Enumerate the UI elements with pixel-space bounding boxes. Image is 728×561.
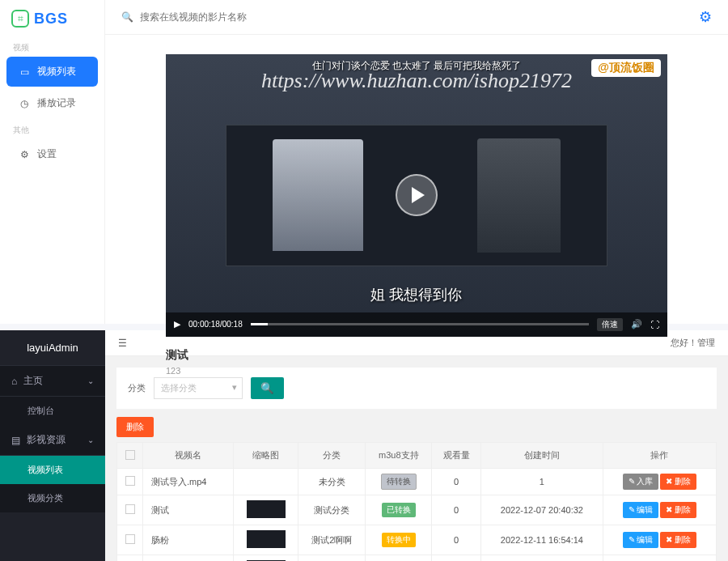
time-display: 00:00:18/00:18 xyxy=(188,320,243,329)
row-action-button[interactable]: ✖ 删除 xyxy=(660,474,696,490)
nav-group-label: 其他 xyxy=(0,120,104,138)
cell-ctime: 2022-12-11 16:54:14 xyxy=(480,525,603,555)
cell-ops: ✎ 入库✖ 删除 xyxy=(603,469,716,495)
video-table: 视频名缩略图分类m3u8支持观看量创建时间操作 测试导入.mp4 未分类 待转换… xyxy=(116,442,717,561)
row-action-button[interactable]: ✎ 编辑 xyxy=(623,502,659,518)
cell-category: 测试分类 xyxy=(298,495,366,525)
cell-m3u8: 已转换 xyxy=(366,555,432,562)
sidebar-item-label: 影视资源 xyxy=(27,433,66,447)
table-header: 缩略图 xyxy=(234,443,298,469)
video-meta: 测试 123 xyxy=(166,348,667,376)
sidebar-item-home[interactable]: ⌂ 主页 ⌄ xyxy=(0,366,105,397)
video-desc: 123 xyxy=(166,366,667,376)
row-action-button[interactable]: ✎ 入库 xyxy=(623,474,659,490)
cell-name: 测试视频.mp4 xyxy=(143,555,234,562)
cell-category: 未分类 xyxy=(298,469,366,495)
cell-thumb xyxy=(234,555,298,562)
admin-logo[interactable]: layuiAdmin xyxy=(0,330,105,366)
play-icon[interactable]: ▶ xyxy=(174,319,180,329)
cell-thumb xyxy=(234,469,298,495)
speed-button[interactable]: 倍速 xyxy=(597,318,623,331)
settings-button[interactable]: ⚙ xyxy=(699,8,712,26)
sidebar-item-video-list[interactable]: ▭ 视频列表 xyxy=(6,57,98,87)
video-controls: ▶ 00:00:18/00:18 倍速 🔊 ⛶ xyxy=(166,312,667,337)
sidebar-item-label: 主页 xyxy=(23,374,43,388)
progress-bar[interactable] xyxy=(251,323,589,325)
cell-name: 测试导入.mp4 xyxy=(143,469,234,495)
row-action-button[interactable]: ✖ 删除 xyxy=(660,502,696,518)
table-row: 肠粉 测试2啊啊 转换中 0 2022-12-11 16:54:14 ✎ 编辑✖… xyxy=(117,525,717,555)
logo-icon: ⌗ xyxy=(11,10,29,28)
top-main: 🔍 ⚙ @顶流饭圈 住门对门谈个恋爱 也太难了 最后可把我给熬死了 https:… xyxy=(105,0,728,324)
sidebar-item-video-category[interactable]: 视频分类 xyxy=(0,484,105,512)
table-row: 测试视频.mp4 测试2啊啊 已转换 0 2022-12-11 20:49:06… xyxy=(117,555,717,562)
channel-badge: @顶流饭圈 xyxy=(591,59,661,77)
cell-thumb xyxy=(234,495,298,525)
cell-m3u8: 转换中 xyxy=(366,525,432,555)
play-button[interactable] xyxy=(396,174,438,216)
cell-category: 测试2啊啊 xyxy=(298,525,366,555)
table-header: 分类 xyxy=(298,443,366,469)
status-badge: 待转换 xyxy=(381,474,417,490)
category-select[interactable]: 选择分类 xyxy=(154,377,243,399)
cell-views: 0 xyxy=(432,555,480,562)
row-checkbox[interactable] xyxy=(125,476,135,486)
sidebar-item-history[interactable]: ◷ 播放记录 xyxy=(6,88,98,118)
video-person xyxy=(477,138,561,253)
table-header: 创建时间 xyxy=(480,443,603,469)
cell-name: 肠粉 xyxy=(143,525,234,555)
home-icon: ⌂ xyxy=(11,376,17,387)
cell-ctime: 2022-12-07 20:40:32 xyxy=(480,495,603,525)
search-icon: 🔍 xyxy=(121,11,133,23)
gear-icon: ⚙ xyxy=(18,148,31,161)
sidebar-item-settings[interactable]: ⚙ 设置 xyxy=(6,139,98,169)
table-header: m3u8支持 xyxy=(366,443,432,469)
row-action-button[interactable]: ✎ 编辑 xyxy=(623,532,659,548)
table-header: 视频名 xyxy=(143,443,234,469)
row-checkbox[interactable] xyxy=(125,504,135,514)
delete-button[interactable]: 删除 xyxy=(116,417,154,437)
thumbnail xyxy=(247,530,286,548)
cell-thumb xyxy=(234,525,298,555)
status-badge: 转换中 xyxy=(382,533,416,547)
top-header: 🔍 ⚙ xyxy=(105,0,728,35)
cell-ctime: 2022-12-11 20:49:06 xyxy=(480,555,603,562)
sidebar-item-label: 播放记录 xyxy=(37,96,76,110)
clock-icon: ◷ xyxy=(18,97,31,110)
sidebar-item-label: 设置 xyxy=(37,147,57,161)
cell-ops: ✎ 编辑✖ 删除 xyxy=(603,525,716,555)
sidebar-item-video-list[interactable]: 视频列表 xyxy=(0,456,105,484)
nav-group-label: 视频 xyxy=(0,37,104,55)
film-icon: ▤ xyxy=(11,435,20,446)
chevron-down-icon: ⌄ xyxy=(87,436,94,444)
cell-views: 0 xyxy=(432,469,480,495)
cell-views: 0 xyxy=(432,525,480,555)
video-player[interactable]: @顶流饭圈 住门对门谈个恋爱 也太难了 最后可把我给熬死了 https://ww… xyxy=(166,54,667,337)
cell-views: 0 xyxy=(432,495,480,525)
subtitle-top: 住门对门谈个恋爱 也太难了 最后可把我给熬死了 xyxy=(312,59,522,73)
cell-ops: ✎ 编辑✖ 删除 xyxy=(603,495,716,525)
table-row: 测试 测试分类 已转换 0 2022-12-07 20:40:32 ✎ 编辑✖ … xyxy=(117,495,717,525)
admin-sidebar: layuiAdmin ⌂ 主页 ⌄ 控制台 ▤ 影视资源 ⌄ 视频列表 视频分类 xyxy=(0,330,105,561)
cell-ctime: 1 xyxy=(480,469,603,495)
sidebar-item-label: 视频列表 xyxy=(37,65,76,79)
fullscreen-icon[interactable]: ⛶ xyxy=(650,320,659,329)
checkbox-all[interactable] xyxy=(125,450,135,460)
table-header: 操作 xyxy=(603,443,716,469)
row-action-button[interactable]: ✖ 删除 xyxy=(660,532,696,548)
logo[interactable]: ⌗ BGS xyxy=(0,0,104,37)
status-badge: 已转换 xyxy=(382,503,416,517)
top-sidebar: ⌗ BGS 视频 ▭ 视频列表 ◷ 播放记录 其他 ⚙ 设置 xyxy=(0,0,105,324)
video-title: 测试 xyxy=(166,348,667,363)
volume-icon[interactable]: 🔊 xyxy=(631,319,642,329)
row-checkbox[interactable] xyxy=(125,534,135,544)
search-input[interactable] xyxy=(140,11,699,23)
cell-category: 测试2啊啊 xyxy=(298,555,366,562)
thumbnail xyxy=(247,500,286,518)
bgs-app: ⌗ BGS 视频 ▭ 视频列表 ◷ 播放记录 其他 ⚙ 设置 🔍 ⚙ xyxy=(0,0,728,324)
sidebar-item-console[interactable]: 控制台 xyxy=(0,397,105,425)
video-area: @顶流饭圈 住门对门谈个恋爱 也太难了 最后可把我给熬死了 https://ww… xyxy=(105,35,728,395)
sidebar-item-media[interactable]: ▤ 影视资源 ⌄ xyxy=(0,425,105,456)
cell-name: 测试 xyxy=(143,495,234,525)
cell-m3u8: 待转换 xyxy=(366,469,432,495)
